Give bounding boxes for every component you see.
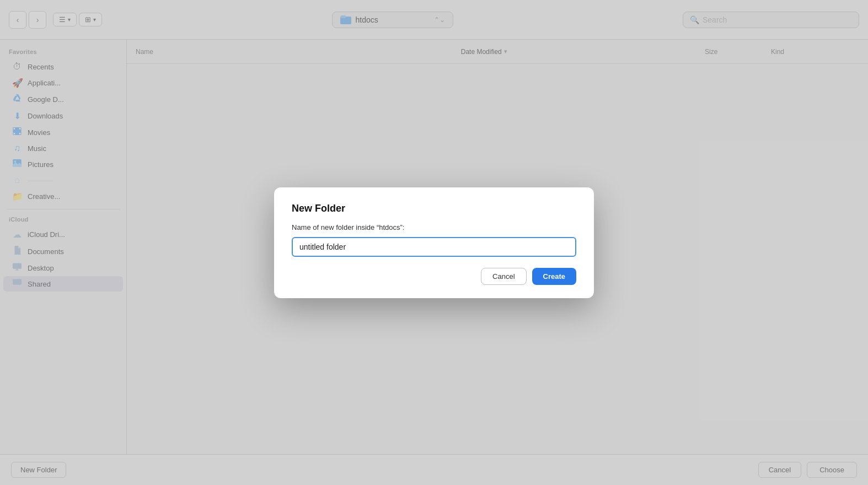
dialog-title: New Folder <box>292 203 576 214</box>
folder-name-input[interactable] <box>292 237 576 257</box>
dialog-cancel-button[interactable]: Cancel <box>481 268 526 285</box>
modal-overlay: New Folder Name of new folder inside “ht… <box>0 0 868 485</box>
dialog-create-button[interactable]: Create <box>532 268 576 285</box>
finder-window: ‹ › ☰ ▾ ⊞ ▾ htdocs ⌃⌄ 🔍 Search <box>0 0 868 485</box>
dialog-buttons: Cancel Create <box>292 268 576 285</box>
new-folder-dialog: New Folder Name of new folder inside “ht… <box>274 187 594 298</box>
dialog-label: Name of new folder inside “htdocs”: <box>292 223 576 231</box>
